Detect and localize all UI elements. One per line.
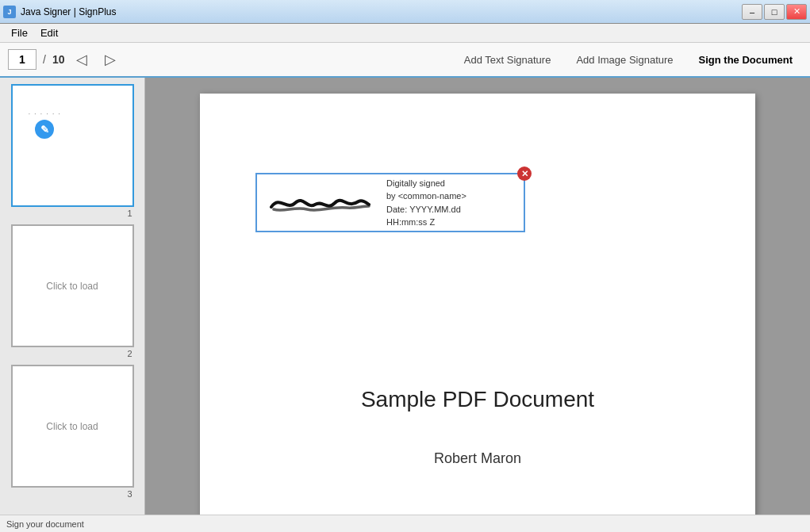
thumb-number-3: 3 bbox=[127, 489, 133, 499]
signature-info: Digitally signed by <common-name> Date: … bbox=[380, 174, 524, 232]
minimize-button[interactable]: – bbox=[742, 4, 762, 20]
sig-time-line: HH:mm:ss Z bbox=[386, 216, 517, 229]
sign-document-button[interactable]: Sign the Document bbox=[689, 51, 802, 69]
thumb-number-2: 2 bbox=[127, 349, 133, 358]
title-bar: J Java Signer | SignPlus – □ ✕ bbox=[0, 0, 810, 24]
thumbnail-1[interactable]: · · · · · · ✎ 1 bbox=[11, 84, 134, 218]
page-number-input[interactable] bbox=[8, 49, 36, 70]
total-pages: 10 bbox=[52, 53, 65, 66]
thumbnail-3[interactable]: Click to load 3 bbox=[11, 365, 134, 499]
thumb-sig-icon: ✎ bbox=[35, 120, 54, 139]
close-button[interactable]: ✕ bbox=[786, 4, 807, 20]
next-page-button[interactable]: ▷ bbox=[99, 48, 121, 71]
thumb-frame-1: · · · · · · ✎ bbox=[11, 84, 134, 207]
signature-close-button[interactable]: ✕ bbox=[517, 166, 532, 181]
status-bar: Sign your document bbox=[0, 515, 810, 532]
signature-image bbox=[257, 177, 380, 228]
thumb-number-1: 1 bbox=[127, 209, 133, 218]
app-title: Java Signer | SignPlus bbox=[21, 6, 117, 17]
sig-date-line: Date: YYYY.MM.dd bbox=[386, 203, 517, 216]
signature-scribble bbox=[267, 187, 370, 219]
menu-file[interactable]: File bbox=[5, 25, 34, 40]
menu-edit[interactable]: Edit bbox=[34, 25, 64, 40]
main-content: · · · · · · ✎ 1 Click to load 2 Click to… bbox=[0, 78, 810, 515]
thumb-sig-preview: · · · · · · ✎ bbox=[29, 109, 62, 139]
prev-icon: ◁ bbox=[76, 51, 87, 68]
menu-bar: File Edit bbox=[0, 24, 810, 43]
document-author: Robert Maron bbox=[434, 450, 521, 467]
document-viewer[interactable]: ✕ Digitally signed by <common-name> Date… bbox=[145, 78, 810, 515]
prev-page-button[interactable]: ◁ bbox=[71, 48, 93, 71]
next-icon: ▷ bbox=[105, 51, 116, 68]
toolbar: / 10 ◁ ▷ Add Text Signature Add Image Si… bbox=[0, 43, 810, 78]
sig-by-line: by <common-name> bbox=[386, 189, 517, 203]
document-title: Sample PDF Document bbox=[361, 387, 594, 412]
status-text: Sign your document bbox=[6, 519, 84, 529]
thumbnail-2[interactable]: Click to load 2 bbox=[11, 224, 134, 358]
title-bar-left: J Java Signer | SignPlus bbox=[3, 6, 117, 18]
thumb-sig-dots: · · · · · · bbox=[29, 109, 62, 118]
document-page: ✕ Digitally signed by <common-name> Date… bbox=[200, 94, 755, 515]
thumb-click-text-2: Click to load bbox=[46, 281, 98, 292]
signature-box-container[interactable]: ✕ Digitally signed by <common-name> Date… bbox=[255, 173, 525, 232]
thumb-click-text-3: Click to load bbox=[46, 421, 98, 432]
thumb-frame-2: Click to load bbox=[11, 224, 134, 347]
add-image-signature-button[interactable]: Add Image Signature bbox=[566, 51, 682, 69]
app-icon: J bbox=[3, 6, 16, 18]
add-text-signature-button[interactable]: Add Text Signature bbox=[455, 51, 561, 69]
sig-digitally-signed: Digitally signed bbox=[386, 177, 517, 190]
maximize-button[interactable]: □ bbox=[764, 4, 785, 20]
page-separator: / bbox=[43, 53, 46, 66]
signature-box: ✕ Digitally signed by <common-name> Date… bbox=[255, 173, 525, 232]
thumb-frame-3: Click to load bbox=[11, 365, 134, 488]
thumbnail-panel: · · · · · · ✎ 1 Click to load 2 Click to… bbox=[0, 78, 145, 515]
window-controls: – □ ✕ bbox=[742, 4, 807, 20]
